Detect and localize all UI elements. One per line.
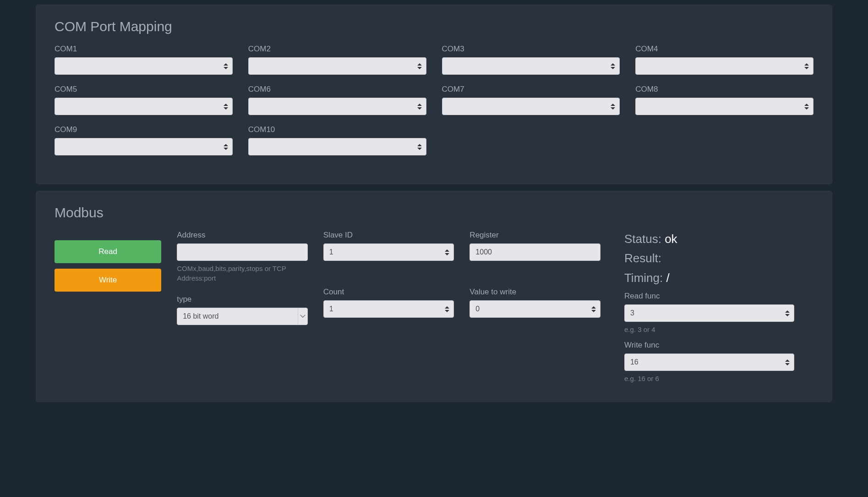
count-input[interactable] xyxy=(323,300,454,318)
com3-input[interactable] xyxy=(442,57,620,75)
com1-label: COM1 xyxy=(55,44,233,54)
register-input[interactable] xyxy=(469,243,601,261)
com2-input[interactable] xyxy=(248,57,426,75)
com6-input[interactable] xyxy=(248,98,426,115)
com2-label: COM2 xyxy=(248,44,426,54)
com4-label: COM4 xyxy=(635,44,813,54)
com4-field: COM4 xyxy=(628,44,821,75)
com9-input[interactable] xyxy=(55,138,233,155)
read-func-help: e.g. 3 or 4 xyxy=(624,325,794,334)
result-label: Result: xyxy=(624,251,661,265)
timing-value: / xyxy=(666,271,669,285)
modbus-slave-col: Slave ID Count xyxy=(316,231,462,383)
write-button[interactable]: Write xyxy=(55,269,161,292)
com10-input[interactable] xyxy=(248,138,426,155)
com5-input[interactable] xyxy=(55,98,233,115)
com6-label: COM6 xyxy=(248,85,426,94)
register-label: Register xyxy=(469,231,601,240)
modbus-address-col: Address COMx,baud,bits,parity,stops or T… xyxy=(169,231,316,383)
address-help: COMx,baud,bits,parity,stops or TCP Addre… xyxy=(177,264,308,283)
com7-field: COM7 xyxy=(434,85,628,115)
modbus-register-col: Register Value to write xyxy=(462,231,608,383)
type-select[interactable] xyxy=(177,308,308,325)
slave-id-input[interactable] xyxy=(323,243,454,261)
com1-input[interactable] xyxy=(55,57,233,75)
result-line: Result: xyxy=(624,250,794,266)
modbus-buttons-col: Read Write xyxy=(47,231,169,383)
com1-field: COM1 xyxy=(47,44,240,75)
write-func-input[interactable] xyxy=(624,353,794,371)
timing-line: Timing: / xyxy=(624,270,794,286)
com8-field: COM8 xyxy=(628,85,821,115)
com5-field: COM5 xyxy=(47,85,240,115)
status-label: Status: xyxy=(624,232,661,246)
com5-label: COM5 xyxy=(55,85,233,94)
com10-label: COM10 xyxy=(248,125,426,134)
read-button[interactable]: Read xyxy=(55,240,161,263)
type-label: type xyxy=(177,295,308,304)
com-port-panel: COM Port Mapping COM1 COM2 COM3 COM4 xyxy=(36,5,832,184)
modbus-grid: Read Write Address COMx,baud,bits,parity… xyxy=(47,231,821,383)
com8-label: COM8 xyxy=(635,85,813,94)
status-value: ok xyxy=(665,232,677,246)
com3-label: COM3 xyxy=(442,44,620,54)
com3-field: COM3 xyxy=(434,44,628,75)
com8-input[interactable] xyxy=(635,98,813,115)
read-func-label: Read func xyxy=(624,292,794,301)
slave-id-label: Slave ID xyxy=(323,231,454,240)
com6-field: COM6 xyxy=(240,85,434,115)
write-func-help: e.g. 16 or 6 xyxy=(624,374,794,383)
modbus-title: Modbus xyxy=(55,205,813,221)
modbus-panel: Modbus Read Write Address COMx,baud,bits… xyxy=(36,191,832,402)
com10-field: COM10 xyxy=(240,125,434,155)
com2-field: COM2 xyxy=(240,44,434,75)
value-to-write-label: Value to write xyxy=(469,287,601,297)
com-port-grid: COM1 COM2 COM3 COM4 xyxy=(47,44,821,166)
status-line: Status: ok xyxy=(624,231,794,247)
com7-label: COM7 xyxy=(442,85,620,94)
address-label: Address xyxy=(177,231,308,240)
com7-input[interactable] xyxy=(442,98,620,115)
timing-label: Timing: xyxy=(624,271,663,285)
read-func-input[interactable] xyxy=(624,304,794,322)
address-input[interactable] xyxy=(177,243,308,261)
value-to-write-input[interactable] xyxy=(469,300,601,318)
com4-input[interactable] xyxy=(635,57,813,75)
com9-label: COM9 xyxy=(55,125,233,134)
write-func-label: Write func xyxy=(624,341,794,350)
com9-field: COM9 xyxy=(47,125,240,155)
count-label: Count xyxy=(323,287,454,297)
com-port-title: COM Port Mapping xyxy=(55,19,813,34)
modbus-status-col: Status: ok Result: Timing: / Read func e… xyxy=(608,231,802,383)
